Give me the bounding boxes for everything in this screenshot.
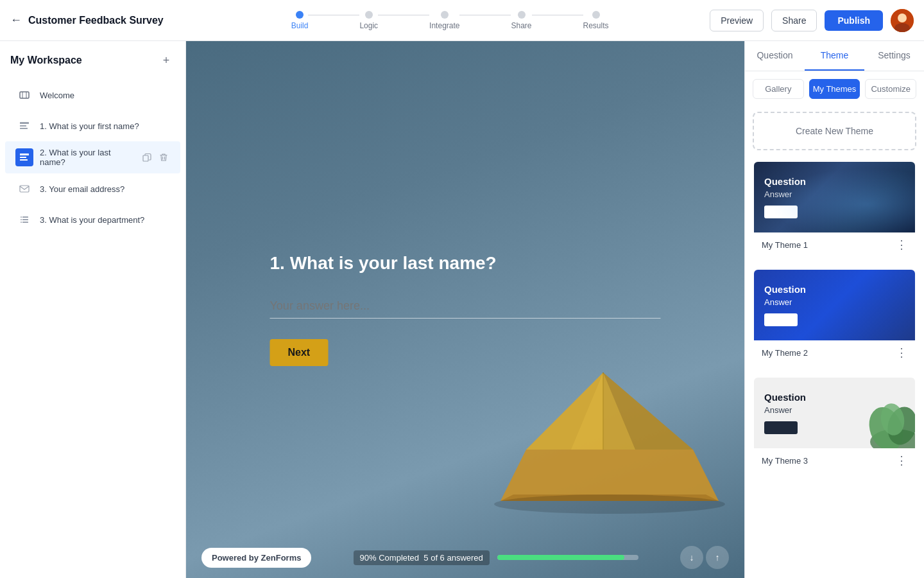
right-panel: Question Theme Settings Gallery My Theme… (744, 41, 924, 578)
svg-rect-19 (22, 222, 28, 223)
subtab-my-themes[interactable]: My Themes (809, 79, 860, 99)
avatar[interactable] (891, 9, 914, 32)
progress-bar (497, 555, 624, 560)
theme2-more-button[interactable]: ⋮ (896, 346, 907, 360)
subtab-gallery[interactable]: Gallery (753, 79, 804, 99)
step-logic[interactable]: Logic (359, 11, 378, 30)
theme1-question: Question (764, 176, 905, 187)
svg-rect-12 (143, 155, 148, 161)
sidebar-item-q3-dept-label: 3. What is your department? (40, 215, 170, 225)
theme1-answer: Answer (764, 189, 905, 199)
nav-steps: Build Logic Integrate Share Results (190, 11, 710, 30)
step-dot-results (592, 11, 600, 19)
theme-card-1[interactable]: Question Answer My Theme 1 ⋮ (753, 161, 916, 258)
preview-area: 1. What is your last name? Next (186, 41, 744, 578)
sidebar-items: Welcome 1. What is your first name? 2. W… (0, 74, 185, 240)
tab-question[interactable]: Question (745, 41, 805, 71)
workspace-title: My Workspace (10, 55, 82, 66)
copy-icon[interactable] (141, 151, 153, 164)
theme-card-1-preview: Question Answer (754, 162, 915, 232)
step-line-1 (308, 15, 359, 15)
step-line-4 (532, 15, 583, 15)
step-label-integrate: Integrate (429, 21, 459, 30)
step-integrate[interactable]: Integrate (429, 11, 459, 30)
create-new-theme-card[interactable]: Create New Theme (753, 112, 916, 150)
svg-point-18 (21, 222, 22, 223)
theme1-footer: My Theme 1 ⋮ (754, 232, 915, 257)
svg-rect-3 (20, 92, 29, 98)
sidebar-item-q1[interactable]: 1. What is your first name? (5, 110, 180, 141)
theme-card-3-preview: Question Answer (754, 378, 915, 448)
plant-decoration (851, 390, 915, 448)
svg-point-16 (21, 219, 22, 220)
step-dot-share (518, 11, 526, 19)
answer-input[interactable] (270, 294, 661, 319)
sidebar-item-q3-dept[interactable]: 3. What is your department? (5, 204, 180, 235)
svg-rect-7 (20, 125, 26, 127)
step-label-logic: Logic (359, 21, 378, 30)
theme-card-2[interactable]: Question Answer My Theme 2 ⋮ (753, 268, 916, 366)
sidebar-item-q3-email-label: 3. Your email address? (40, 184, 170, 194)
theme3-footer: My Theme 3 ⋮ (754, 448, 915, 473)
svg-marker-20 (501, 450, 719, 501)
delete-icon[interactable] (157, 151, 170, 164)
film-icon (15, 86, 33, 104)
sidebar-item-q3-email[interactable]: 3. Your email address? (5, 173, 180, 204)
svg-rect-15 (22, 216, 28, 218)
progress-section: 90% Completed 5 of 6 answered (354, 550, 638, 565)
boat-svg (475, 334, 744, 527)
prev-arrow-button[interactable]: ↓ (680, 546, 703, 569)
item-actions-q2 (141, 151, 170, 164)
theme3-more-button[interactable]: ⋮ (896, 453, 907, 468)
theme-subtabs: Gallery My Themes Customize (745, 71, 924, 107)
theme1-input (764, 206, 798, 218)
nav-right: Preview Share Publish (710, 9, 914, 32)
tab-settings[interactable]: Settings (864, 41, 924, 71)
svg-point-1 (898, 13, 907, 22)
step-results[interactable]: Results (583, 11, 609, 30)
theme2-footer: My Theme 2 ⋮ (754, 340, 915, 365)
step-dot-build (296, 11, 304, 19)
main-layout: My Workspace + Welcome 1. What is your f… (0, 41, 924, 578)
svg-rect-13 (20, 186, 29, 192)
powered-by-badge: Powered by ZenForms (201, 548, 311, 568)
progress-bar-wrap (497, 555, 638, 560)
answer-input-wrap (270, 294, 661, 319)
step-build[interactable]: Build (291, 11, 309, 30)
preview-button[interactable]: Preview (710, 10, 764, 31)
svg-rect-6 (20, 122, 29, 124)
right-panel-tabs: Question Theme Settings (745, 41, 924, 71)
sidebar-item-welcome[interactable]: Welcome (5, 80, 180, 110)
preview-bottom: Powered by ZenForms 90% Completed 5 of 6… (186, 537, 744, 578)
tab-theme[interactable]: Theme (805, 41, 864, 71)
share-button[interactable]: Share (771, 10, 817, 31)
powered-by-brand: ZenForms (261, 553, 302, 563)
sidebar-item-q2-label: 2. What is your last name? (40, 148, 134, 167)
svg-rect-10 (20, 157, 26, 158)
top-navigation: ← Customer Feedback Survey Build Logic I… (0, 0, 924, 41)
nav-left: ← Customer Feedback Survey (10, 13, 190, 27)
publish-button[interactable]: Publish (825, 10, 883, 31)
theme1-name: My Theme 1 (762, 240, 808, 250)
powered-by-text: Powered by (212, 553, 261, 563)
theme-card-2-preview: Question Answer (754, 270, 915, 340)
list-icon (15, 211, 33, 229)
svg-rect-11 (20, 159, 28, 161)
svg-point-26 (494, 495, 725, 514)
step-dot-logic (365, 11, 373, 19)
theme-card-3[interactable]: Question Answer My Theme 3 ⋮ (753, 376, 916, 474)
next-arrow-button[interactable]: ↑ (706, 546, 729, 569)
step-share[interactable]: Share (511, 11, 531, 30)
add-item-button[interactable]: + (157, 51, 175, 69)
step-line-2 (378, 15, 429, 15)
back-button[interactable]: ← (10, 13, 22, 27)
text-icon-q1 (15, 117, 33, 135)
next-button[interactable]: Next (270, 339, 329, 366)
theme3-input (764, 421, 798, 434)
theme1-more-button[interactable]: ⋮ (896, 238, 907, 252)
sidebar-item-q2[interactable]: 2. What is your last name? (5, 141, 180, 173)
sidebar-item-q1-label: 1. What is your first name? (40, 121, 170, 131)
sidebar-item-welcome-label: Welcome (40, 91, 170, 100)
subtab-customize[interactable]: Customize (865, 79, 916, 99)
plant-svg (851, 390, 915, 448)
